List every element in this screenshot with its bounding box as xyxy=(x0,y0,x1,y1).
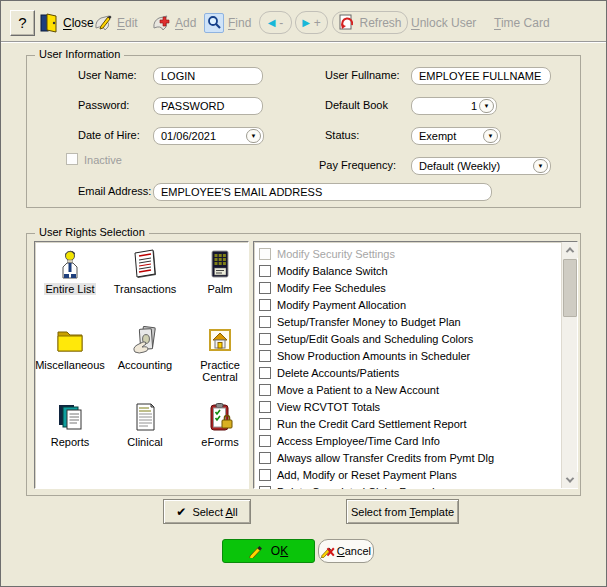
default-book-combobox[interactable]: 1 xyxy=(411,97,497,115)
ok-button[interactable]: OK xyxy=(222,539,315,563)
left-arrow-icon: ◀ xyxy=(268,18,276,28)
right-arrow-icon: ▶ xyxy=(302,18,310,28)
category-reports[interactable]: Reports xyxy=(36,401,104,448)
find-highlight xyxy=(204,13,224,33)
category-clinical[interactable]: Clinical xyxy=(111,401,179,448)
right-row[interactable]: Show Production Amounts in Scheduler xyxy=(253,347,561,364)
checkbox[interactable] xyxy=(259,316,271,328)
chevron-down-icon[interactable] xyxy=(483,129,498,143)
time-card-button[interactable]: Time Card xyxy=(494,12,550,34)
add-label: Add xyxy=(175,16,196,30)
user-rights-title: User Rights Selection xyxy=(35,226,149,238)
select-from-template-label: Select from Template xyxy=(351,506,454,518)
pay-frequency-combobox[interactable]: Default (Weekly) xyxy=(411,157,551,175)
right-row[interactable]: Access Employee/Time Card Info xyxy=(253,432,561,449)
right-label: Delete Completed Claim Records xyxy=(277,486,440,490)
right-row[interactable]: Modify Fee Schedules xyxy=(253,279,561,296)
checkbox[interactable] xyxy=(259,486,271,490)
inactive-checkbox[interactable] xyxy=(66,153,78,165)
select-all-button[interactable]: ✔ Select All xyxy=(163,499,251,524)
right-label: Modify Security Settings xyxy=(277,248,395,260)
category-label: Palm xyxy=(205,283,234,295)
right-row[interactable]: Delete Accounts/Patients xyxy=(253,364,561,381)
date-of-hire-combobox[interactable]: 01/06/2021 xyxy=(153,127,264,145)
checkbox[interactable] xyxy=(259,265,271,277)
right-label: Move a Patient to a New Account xyxy=(277,384,439,396)
checkbox[interactable] xyxy=(259,435,271,447)
scroll-down-button[interactable] xyxy=(562,472,578,488)
right-row[interactable]: Move a Patient to a New Account xyxy=(253,381,561,398)
right-row[interactable]: Delete Completed Claim Records xyxy=(253,483,561,489)
right-row[interactable]: Modify Payment Allocation xyxy=(253,296,561,313)
checkbox[interactable] xyxy=(259,452,271,464)
right-row[interactable]: Setup/Edit Goals and Scheduling Colors xyxy=(253,330,561,347)
reports-icon xyxy=(54,401,86,433)
next-record-button[interactable]: ▶ + xyxy=(295,11,328,34)
checkbox[interactable] xyxy=(259,367,271,379)
user-edit-window: ? Close Edit Add Find xyxy=(0,0,607,587)
right-label: Modify Balance Switch xyxy=(277,265,388,277)
add-button[interactable]: Add xyxy=(151,12,196,34)
cancel-label: Cancel xyxy=(337,545,371,557)
category-eforms[interactable]: eForms xyxy=(186,401,254,448)
right-row[interactable]: Always allow Transfer Credits from Pymt … xyxy=(253,449,561,466)
checkbox[interactable] xyxy=(259,282,271,294)
checkbox[interactable] xyxy=(259,418,271,430)
checkbox[interactable] xyxy=(259,469,271,481)
status-label: Status: xyxy=(325,129,359,141)
user-information-title: User Information xyxy=(35,48,124,60)
default-book-value: 1 xyxy=(419,98,477,114)
category-practice-central[interactable]: Practice Central xyxy=(186,324,254,383)
right-row[interactable]: Run the Credit Card Settlement Report xyxy=(253,415,561,432)
edit-button[interactable]: Edit xyxy=(93,12,138,34)
password-input[interactable]: PASSWORD xyxy=(153,97,263,115)
right-row[interactable]: Modify Security Settings xyxy=(253,245,561,262)
edit-pencil-icon xyxy=(93,13,113,33)
right-row[interactable]: View RCVTOT Totals xyxy=(253,398,561,415)
pencil-icon xyxy=(249,544,263,558)
right-row[interactable]: Add, Modify or Reset Payment Plans xyxy=(253,466,561,483)
check-icon: ✔ xyxy=(176,505,186,519)
refresh-button[interactable]: Refresh xyxy=(332,11,408,34)
prev-record-button[interactable]: ◀ - xyxy=(259,11,292,34)
cancel-button[interactable]: Cancel xyxy=(318,539,374,563)
pay-frequency-value: Default (Weekly) xyxy=(419,158,531,174)
scroll-up-button[interactable] xyxy=(562,242,578,258)
rights-list[interactable]: Modify Security SettingsModify Balance S… xyxy=(253,241,578,489)
category-entire-list[interactable]: Entire List xyxy=(36,248,104,295)
unlock-user-button[interactable]: Unlock User xyxy=(411,12,476,34)
user-name-input[interactable]: LOGIN xyxy=(153,67,263,85)
checkbox[interactable] xyxy=(259,350,271,362)
default-book-label: Default Book xyxy=(325,99,388,111)
checkbox[interactable] xyxy=(259,299,271,311)
password-value: PASSWORD xyxy=(161,100,224,112)
chevron-down-icon[interactable] xyxy=(246,129,261,143)
next-label: + xyxy=(314,16,321,30)
category-transactions[interactable]: Transactions xyxy=(111,248,179,295)
close-button[interactable]: Close xyxy=(39,12,94,34)
select-from-template-button[interactable]: Select from Template xyxy=(346,499,459,524)
find-button[interactable]: Find xyxy=(204,12,251,34)
status-combobox[interactable]: Exempt xyxy=(411,127,501,145)
right-label: Add, Modify or Reset Payment Plans xyxy=(277,469,457,481)
checkbox[interactable] xyxy=(259,401,271,413)
right-row[interactable]: Modify Balance Switch xyxy=(253,262,561,279)
category-miscellaneous[interactable]: Miscellaneous xyxy=(36,324,104,371)
right-row[interactable]: Setup/Transfer Money to Budget Plan xyxy=(253,313,561,330)
checkbox[interactable] xyxy=(259,248,271,260)
category-palm[interactable]: Palm xyxy=(186,248,254,295)
help-button[interactable]: ? xyxy=(10,10,35,36)
chevron-down-icon[interactable] xyxy=(533,159,548,173)
chevron-up-icon xyxy=(566,247,574,255)
chevron-down-icon[interactable] xyxy=(479,99,494,113)
category-label: Reports xyxy=(49,436,92,448)
password-label: Password: xyxy=(78,99,129,111)
checkbox[interactable] xyxy=(259,333,271,345)
category-accounting[interactable]: Accounting xyxy=(111,324,179,371)
user-fullname-input[interactable]: EMPLOYEE FULLNAME xyxy=(411,67,551,85)
email-address-input[interactable]: EMPLOYEE'S EMAIL ADDRESS xyxy=(153,183,492,201)
scrollbar[interactable] xyxy=(561,242,577,488)
checkbox[interactable] xyxy=(259,384,271,396)
scrollbar-thumb[interactable] xyxy=(563,259,577,317)
right-label: Show Production Amounts in Scheduler xyxy=(277,350,470,362)
